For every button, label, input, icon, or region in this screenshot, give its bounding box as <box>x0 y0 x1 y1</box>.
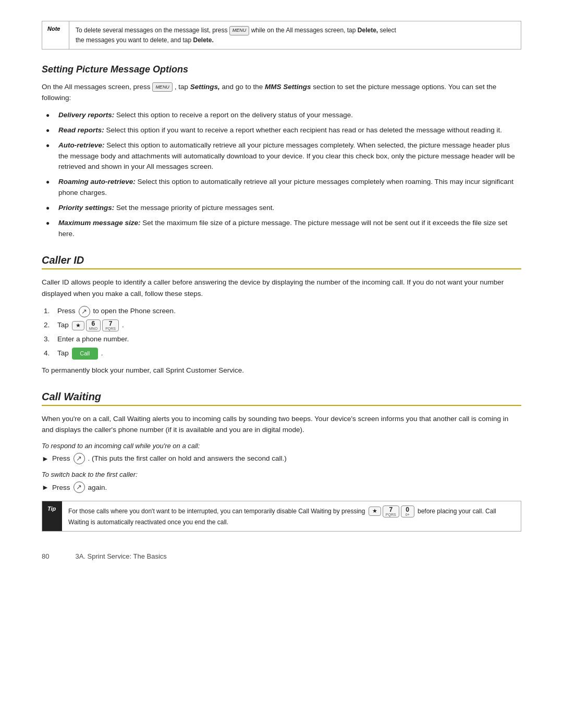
six-key: 6 MNO <box>86 319 101 331</box>
bullet-read-text: Select this option if you want to receiv… <box>106 126 502 134</box>
step-1-num: 1. <box>44 305 54 317</box>
bullet-delivery: Delivery reports: Select this option to … <box>46 110 521 121</box>
tip-zero-sub: 0+ <box>406 513 410 516</box>
setting-mms-italic: MMS Settings <box>265 83 311 91</box>
note-box: Note To delete several messages on the m… <box>42 21 521 50</box>
step-2: 2. Tap ★ 6 MNO 7 PQRS . <box>44 319 521 331</box>
tip-text-1: For those calls where you don't want to … <box>68 507 365 514</box>
setting-bullet-list: Delivery reports: Select this option to … <box>42 110 521 240</box>
note-text-2: while on the All messages screen, tap <box>251 27 356 34</box>
switch-arrow-item: ► Press ↗ again. <box>42 482 521 493</box>
seven-key-sub: PQRS <box>105 327 116 330</box>
six-key-main: 6 <box>92 320 95 327</box>
step-4-pre: Tap <box>57 348 69 360</box>
respond-arrow-item: ► Press ↗ . (This puts the first caller … <box>42 453 521 464</box>
bullet-roaming: Roaming auto-retrieve: Select this optio… <box>46 177 521 199</box>
arrow-icon-1: ► <box>42 453 49 464</box>
bullet-roaming-bold: Roaming auto-retrieve: <box>58 178 136 186</box>
step-1-pre: Press <box>57 305 76 317</box>
caller-id-title: Caller ID <box>42 254 521 269</box>
switch-post-text: again. <box>88 482 107 493</box>
setting-picture-title: Setting Picture Message Options <box>42 64 521 75</box>
bullet-priority: Priority settings: Set the message prior… <box>46 203 521 214</box>
call-waiting-title: Call Waiting <box>42 391 521 406</box>
step-2-num: 2. <box>44 319 54 331</box>
bullet-delivery-text: Select this option to receive a report o… <box>116 111 353 119</box>
tip-zero-main: 0 <box>406 507 409 513</box>
star-key: ★ <box>72 321 84 330</box>
bullet-read: Read reports: Select this option if you … <box>46 125 521 136</box>
bullet-priority-bold: Priority settings: <box>58 204 114 212</box>
note-content: To delete several messages on the messag… <box>69 21 402 49</box>
tip-keys: ★ 7 PQRS 0 0+ <box>369 505 414 517</box>
switch-press-text: Press <box>52 482 70 493</box>
bullet-auto-bold: Auto-retrieve: <box>58 141 105 149</box>
step-4-post: . <box>101 348 103 360</box>
step-1-post: to open the Phone screen. <box>93 305 176 317</box>
call-button: Call <box>72 348 98 360</box>
page-number: 80 <box>42 552 49 560</box>
bullet-delivery-bold: Delivery reports: <box>58 111 114 119</box>
respond-press-text: Press <box>52 453 70 464</box>
caller-id-steps: 1. Press ↗ to open the Phone screen. 2. … <box>42 305 521 360</box>
bullet-read-bold: Read reports: <box>58 126 104 134</box>
call-waiting-intro: When you're on a call, Call Waiting aler… <box>42 413 521 436</box>
step-2-keys: ★ 6 MNO 7 PQRS <box>72 319 119 331</box>
bullet-maxsize: Maximum message size: Set the maximum fi… <box>46 218 521 240</box>
bullet-maxsize-bold: Maximum message size: <box>58 219 141 227</box>
bullet-priority-text: Set the message priority of picture mess… <box>116 204 274 212</box>
note-bold-2: Delete. <box>193 36 214 44</box>
setting-intro-text3: and go to the <box>222 83 263 91</box>
setting-picture-section: Setting Picture Message Options On the A… <box>42 64 521 240</box>
step-3-pre: Enter a phone number. <box>57 334 129 346</box>
note-text-4: the messages you want to delete, and tap <box>76 36 191 44</box>
arrow-icon-2: ► <box>42 482 49 493</box>
phone-button-2: ↗ <box>74 453 85 464</box>
tip-box: Tip For those calls where you don't want… <box>42 501 521 532</box>
caller-id-intro: Caller ID allows people to identify a ca… <box>42 277 521 299</box>
step-1: 1. Press ↗ to open the Phone screen. <box>44 305 521 317</box>
step-3-num: 3. <box>44 334 54 346</box>
respond-post-text: . (This puts the first caller on hold an… <box>88 453 287 464</box>
step-4: 4. Tap Call . <box>44 348 521 360</box>
tip-content: For those calls where you don't want to … <box>62 501 521 531</box>
phone-button-3: ↗ <box>74 482 85 493</box>
phone-button-1: ↗ <box>79 306 90 317</box>
tip-seven-main: 7 <box>389 507 393 513</box>
caller-id-section: Caller ID Caller ID allows people to ide… <box>42 254 521 376</box>
setting-italic: Settings, <box>190 83 220 91</box>
setting-menu-key: MENU <box>152 82 173 92</box>
tip-star-key: ★ <box>369 507 381 516</box>
note-label-text: Note <box>47 26 60 32</box>
setting-intro-text1: On the All messages screen, press <box>42 83 151 91</box>
call-waiting-section: Call Waiting When you're on a call, Call… <box>42 391 521 532</box>
tip-label: Tip <box>42 501 62 531</box>
six-key-sub: MNO <box>89 327 97 330</box>
step-3: 3. Enter a phone number. <box>44 334 521 346</box>
bullet-auto: Auto-retrieve: Select this option to aut… <box>46 140 521 173</box>
switch-heading: To switch back to the first caller: <box>42 471 521 478</box>
seven-key-main: 7 <box>109 320 113 327</box>
caller-id-block: To permanently block your number, call S… <box>42 365 521 376</box>
step-2-pre: Tap <box>57 319 69 331</box>
tip-seven-key: 7 PQRS <box>383 505 399 517</box>
note-text-3: select <box>380 27 396 34</box>
note-label: Note <box>42 21 69 49</box>
note-bold-1: Delete, <box>358 27 378 34</box>
setting-intro-text2: , tap <box>175 83 188 91</box>
step-4-num: 4. <box>44 348 54 360</box>
setting-picture-intro: On the All messages screen, press MENU ,… <box>42 81 521 104</box>
tip-seven-sub: PQRS <box>386 513 396 516</box>
page-footer: 80 3A. Sprint Service: The Basics <box>42 552 521 560</box>
chapter-title: 3A. Sprint Service: The Basics <box>75 552 166 560</box>
note-menu-key: MENU <box>229 26 250 35</box>
note-text-1: To delete several messages on the messag… <box>76 27 227 34</box>
respond-heading: To respond to an incoming call while you… <box>42 442 521 450</box>
bullet-auto-text: Select this option to automatically retr… <box>58 141 515 171</box>
seven-key: 7 PQRS <box>102 319 119 331</box>
tip-zero-key: 0 0+ <box>401 505 414 517</box>
step-2-post: . <box>122 319 124 331</box>
